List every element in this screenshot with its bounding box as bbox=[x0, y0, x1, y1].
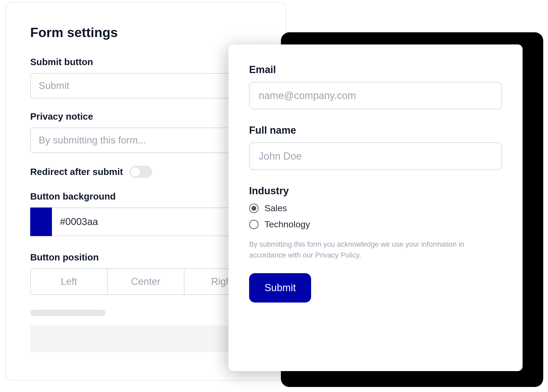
button-position-field: Button position Left Center Right bbox=[30, 252, 261, 295]
color-swatch[interactable] bbox=[30, 208, 52, 236]
radio-row-technology[interactable]: Technology bbox=[249, 219, 502, 229]
radio-row-sales[interactable]: Sales bbox=[249, 203, 502, 213]
redirect-label: Redirect after submit bbox=[30, 166, 123, 177]
privacy-disclosure-text: By submitting this form you acknowledge … bbox=[249, 239, 502, 260]
button-background-label: Button background bbox=[30, 191, 261, 202]
full-name-label: Full name bbox=[249, 125, 502, 136]
settings-title: Form settings bbox=[30, 25, 261, 40]
radio-technology-label: Technology bbox=[264, 219, 310, 229]
full-name-input[interactable] bbox=[249, 142, 502, 170]
privacy-notice-label: Privacy notice bbox=[30, 111, 261, 122]
placeholder-input bbox=[30, 326, 261, 352]
button-position-label: Button position bbox=[30, 252, 261, 263]
privacy-notice-input[interactable] bbox=[30, 128, 261, 153]
industry-radio-group: Sales Technology bbox=[249, 203, 502, 229]
redirect-toggle-row: Redirect after submit bbox=[30, 166, 261, 178]
radio-sales[interactable] bbox=[249, 204, 259, 213]
radio-technology[interactable] bbox=[249, 220, 259, 229]
industry-field: Industry Sales Technology bbox=[249, 185, 502, 229]
form-preview-card: Email Full name Industry Sales Technolog… bbox=[228, 44, 523, 371]
email-label: Email bbox=[249, 64, 502, 75]
submit-button[interactable]: Submit bbox=[249, 273, 311, 303]
radio-sales-label: Sales bbox=[264, 203, 287, 213]
segment-center[interactable]: Center bbox=[108, 268, 184, 295]
button-background-field: Button background bbox=[30, 191, 261, 236]
placeholder-label bbox=[30, 310, 105, 316]
email-input[interactable] bbox=[249, 82, 502, 109]
submit-button-input[interactable] bbox=[30, 73, 261, 98]
industry-label: Industry bbox=[249, 185, 502, 197]
full-name-field: Full name bbox=[249, 125, 502, 170]
segment-left[interactable]: Left bbox=[30, 268, 108, 295]
submit-button-field: Submit button bbox=[30, 57, 261, 98]
submit-button-label: Submit button bbox=[30, 57, 261, 67]
email-field: Email bbox=[249, 64, 502, 109]
privacy-notice-field: Privacy notice bbox=[30, 111, 261, 153]
button-position-segmented: Left Center Right bbox=[30, 268, 261, 295]
color-picker-row bbox=[30, 208, 261, 236]
toggle-thumb bbox=[131, 167, 140, 176]
redirect-toggle[interactable] bbox=[129, 166, 152, 178]
